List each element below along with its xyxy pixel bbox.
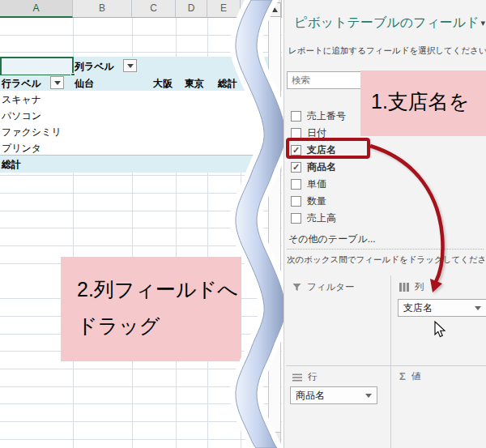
checkbox-icon[interactable] [291,196,301,207]
row-labels-filter-dropdown[interactable] [50,76,64,89]
cell-col-header-sendai[interactable]: 仙台 [75,77,94,91]
rows-area-header: 行 [292,371,318,383]
dropdown-arrow-icon [127,64,134,68]
pivot-table: 列ラベル 行ラベル 仙台 大阪 東京 総計 スキャナ パソコン ファクシミリ プ… [0,57,282,173]
branch-name-highlight-box [286,138,370,159]
checkbox-icon[interactable] [291,213,301,224]
field-label: 単価 [307,177,326,191]
columns-area-label: 列 [415,281,424,293]
pivot-column-labels-row: 列ラベル [0,57,282,75]
pivot-grand-total-row: 総計 [0,155,282,173]
columns-field-pill-branch-name[interactable]: 支店名 [398,299,486,317]
annotation-step1: 1.支店名を [360,70,486,136]
areas-vertical-divider [390,275,391,448]
pivot-fields-pane: ピボットテーブルのフィールド ▾ レポートに追加するフィールドを選択してください… [284,0,486,448]
field-label: 商品名 [307,160,336,174]
field-item-quantity[interactable]: 数量 [291,193,326,210]
field-label: 売上高 [307,211,336,225]
values-area-label: 値 [411,370,421,382]
column-header-a[interactable]: A [0,0,73,18]
column-header-b[interactable]: B [73,0,132,18]
annotation-step2-line1: 2.列フィールドへ [77,271,241,308]
checkbox-icon[interactable] [291,111,301,122]
dropdown-arrow-icon [54,81,61,85]
rows-icon [292,373,302,382]
rows-area-label: 行 [308,371,318,383]
pill-label: 支店名 [403,302,433,314]
field-label: 売上番号 [307,109,346,123]
pill-dropdown-icon[interactable] [475,306,481,310]
checkbox-icon[interactable] [291,179,301,190]
field-item-unit-price[interactable]: 単価 [291,176,326,193]
filter-area-label: フィルター [307,281,355,293]
columns-area-header: 列 [399,281,424,293]
values-area-header: Σ 値 [399,370,420,382]
cell-row-item-scanner[interactable]: スキャナ [2,93,41,107]
pivot-header-row: 行ラベル 仙台 大阪 東京 総計 [0,75,282,91]
field-item-sales-amount[interactable]: 売上高 [291,210,336,227]
field-label: 数量 [307,194,326,208]
checkbox-icon[interactable] [291,162,301,173]
cell-row-labels[interactable]: 行ラベル [2,77,41,91]
pane-title: ピボットテーブルのフィールド [294,15,480,32]
cell-column-labels[interactable]: 列ラベル [75,60,114,74]
cell-row-item-fax[interactable]: ファクシミリ [2,126,62,139]
column-header-e[interactable]: E [207,0,241,18]
filter-funnel-icon [292,283,301,292]
column-header-c[interactable]: C [132,0,176,18]
annotation-step2: 2.列フィールドへ ドラッグ [61,257,241,361]
scroll-up-icon [271,7,278,12]
rows-field-pill-product-name[interactable]: 商品名 [290,386,377,404]
mouse-cursor-icon [434,321,446,339]
column-labels-filter-dropdown[interactable] [123,59,137,72]
column-header-d[interactable]: D [176,0,207,18]
cell-col-header-tokyo[interactable]: 東京 [176,77,204,91]
field-item-sales-number[interactable]: 売上番号 [291,108,346,125]
scroll-up-button[interactable] [268,2,281,17]
pill-dropdown-icon[interactable] [365,394,372,398]
filter-area-header: フィルター [292,281,355,293]
columns-icon [399,283,409,292]
drag-instruction: 次のボックス間でフィールドをドラッグしてください: [287,254,486,266]
pane-options-chevron-icon[interactable]: ▾ [480,18,485,28]
pill-label: 商品名 [296,390,325,401]
more-tables-link[interactable]: その他のテーブル... [288,233,376,246]
sigma-icon: Σ [399,370,406,382]
field-item-product-name[interactable]: 商品名 [291,159,336,176]
worksheet: A B C D E 列ラベル 行ラベル 仙台 大阪 東京 総計 [0,0,284,448]
annotation-step2-line2: ドラッグ [77,308,241,344]
cell-col-header-osaka[interactable]: 大阪 [132,77,173,91]
column-header-row: A B C D E [0,0,282,18]
pane-divider [287,249,484,250]
scroll-down-button[interactable] [268,432,281,448]
cell-grand-total[interactable]: 総計 [2,158,21,172]
cell-row-item-pc[interactable]: パソコン [2,109,41,123]
cell-col-header-total[interactable]: 総計 [207,77,237,91]
pane-subtitle: レポートに追加するフィールドを選択してください: [288,45,486,57]
cell-row-item-printer[interactable]: プリンタ [2,142,41,156]
vertical-scrollbar[interactable] [268,2,281,448]
areas-horizontal-divider [286,365,486,366]
